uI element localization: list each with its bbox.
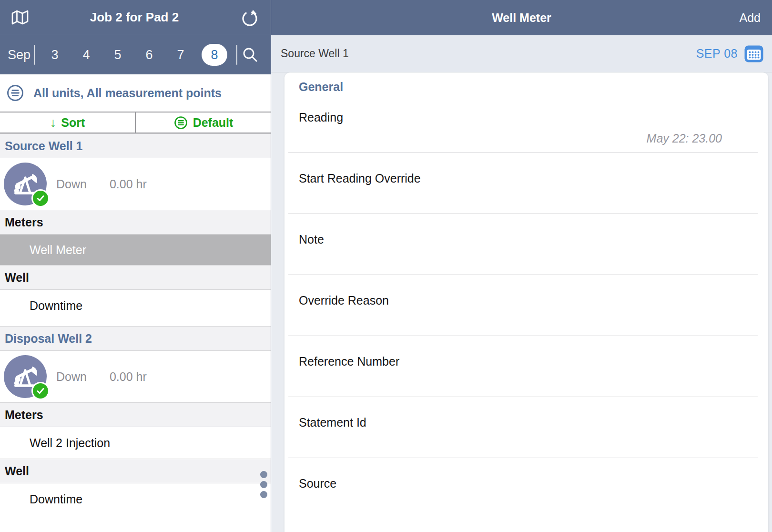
section-title: General [288, 72, 758, 101]
date-list: 3 4 5 6 7 8 [35, 44, 236, 66]
field-statement-id[interactable]: Statement Id [288, 406, 758, 467]
sidebar-item-downtime[interactable]: Downtime [0, 290, 271, 321]
sidebar-item-well2-injection[interactable]: Well 2 Injection [0, 427, 271, 459]
filter-bar[interactable]: All units, All measurement points [0, 74, 271, 112]
add-button[interactable]: Add [740, 0, 761, 35]
well-status-row[interactable]: Down 0.00 hr [0, 351, 271, 402]
well-status-row[interactable]: Down 0.00 hr [0, 158, 271, 210]
sort-arrow-icon: ↓ [50, 115, 57, 130]
field-label: Reading [299, 111, 343, 124]
field-label: Start Reading Override [299, 172, 421, 185]
search-icon[interactable] [237, 46, 263, 63]
date-badge[interactable]: SEP 08 [696, 47, 738, 61]
input-underline [288, 397, 758, 397]
status-label: Down [56, 370, 87, 384]
downtime-hours: 0.00 hr [110, 177, 147, 191]
detail-body: General Reading May 22: 23.00 Start Read… [271, 72, 772, 532]
date-6[interactable]: 6 [139, 48, 160, 62]
form-card: General Reading May 22: 23.00 Start Read… [284, 72, 768, 532]
section-header-well: Well [0, 459, 271, 483]
month-label: Sep [8, 48, 34, 62]
filter-icon [6, 83, 25, 102]
date-8-selected[interactable]: 8 [202, 44, 227, 66]
input-underline [288, 153, 758, 153]
detail-title: Well Meter [492, 11, 551, 25]
section-header-meters: Meters [0, 402, 271, 427]
refresh-icon[interactable] [239, 7, 260, 29]
sort-bar: ↓ Sort Default [0, 112, 271, 133]
downtime-hours: 0.00 hr [110, 370, 147, 384]
detail-header: Well Meter Add [271, 0, 772, 35]
sidebar-header: Job 2 for Pad 2 [0, 0, 271, 35]
input-underline [288, 275, 758, 275]
sort-button[interactable]: ↓ Sort [0, 113, 136, 133]
job-title: Job 2 for Pad 2 [30, 10, 239, 25]
sidebar-item-downtime[interactable]: Downtime [0, 483, 271, 515]
detail-panel: Well Meter Add Source Well 1 SEP 08 [271, 0, 772, 532]
field-label: Override Reason [299, 294, 389, 307]
ellipsis-indicator [260, 471, 268, 501]
check-badge-icon [31, 189, 50, 207]
date-strip: Sep 3 4 5 6 7 8 [0, 35, 271, 74]
field-source[interactable]: Source [288, 467, 758, 528]
input-underline [288, 214, 758, 214]
context-well-label: Source Well 1 [281, 47, 349, 60]
context-bar: Source Well 1 SEP 08 [271, 35, 772, 72]
field-label: Reference Number [299, 355, 399, 368]
date-3[interactable]: 3 [44, 48, 65, 62]
pumpjack-icon [4, 355, 47, 398]
status-label: Down [56, 177, 87, 191]
well-group-header: Disposal Well 2 [0, 326, 271, 351]
date-4[interactable]: 4 [76, 48, 97, 62]
input-underline [288, 336, 758, 336]
input-underline [288, 458, 758, 458]
field-reading[interactable]: Reading May 22: 23.00 [288, 101, 758, 162]
field-reference-number[interactable]: Reference Number [288, 345, 758, 406]
pumpjack-icon [4, 163, 47, 205]
field-hint: May 22: 23.00 [647, 132, 722, 145]
sort-label: Sort [61, 116, 85, 130]
default-label: Default [193, 116, 234, 130]
sidebar-item-well-meter[interactable]: Well Meter [0, 235, 271, 265]
filter-label: All units, All measurement points [33, 86, 222, 100]
map-icon[interactable] [10, 9, 30, 26]
date-7[interactable]: 7 [170, 48, 191, 62]
field-note[interactable]: Note [288, 223, 758, 284]
sidebar: Job 2 for Pad 2 Sep 3 4 5 6 7 8 [0, 0, 271, 532]
field-label: Source [299, 477, 336, 491]
well-group-header: Source Well 1 [0, 133, 271, 158]
app-window: Job 2 for Pad 2 Sep 3 4 5 6 7 8 [0, 0, 772, 532]
calendar-icon[interactable] [744, 45, 763, 62]
spacer [0, 321, 271, 326]
field-label: Statement Id [299, 416, 366, 430]
field-override-reason[interactable]: Override Reason [288, 284, 758, 345]
date-5[interactable]: 5 [107, 48, 128, 62]
list-circle-icon [173, 115, 188, 130]
check-badge-icon [31, 382, 50, 400]
section-header-well: Well [0, 265, 271, 290]
field-label: Note [299, 233, 324, 246]
default-button[interactable]: Default [136, 113, 271, 133]
field-start-reading-override[interactable]: Start Reading Override [288, 162, 758, 223]
section-header-meters: Meters [0, 210, 271, 235]
date-picker[interactable]: SEP 08 [696, 45, 763, 62]
